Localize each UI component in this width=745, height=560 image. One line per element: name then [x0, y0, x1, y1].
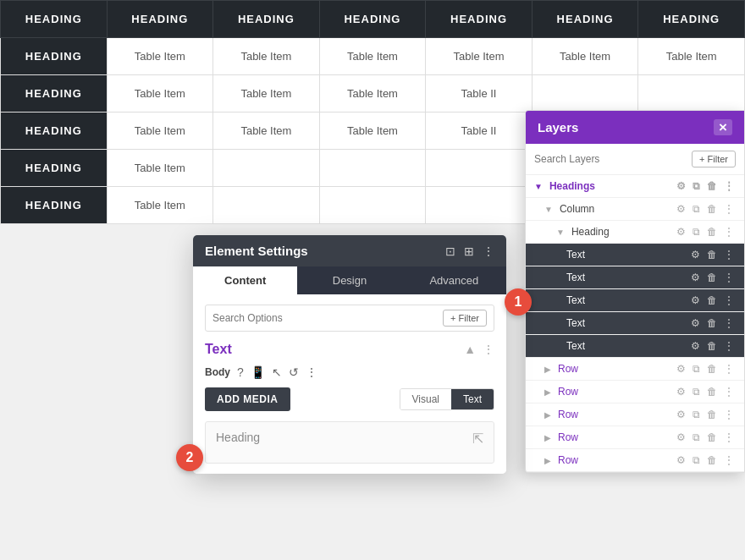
layer-item-row-5[interactable]: ▶ Row ⚙ ⧉ 🗑 ⋮ — [526, 449, 744, 472]
settings-icon[interactable]: ⚙ — [689, 271, 702, 284]
settings-icon[interactable]: ⚙ — [689, 339, 702, 353]
layer-icons: ⚙ ⧉ 🗑 ⋮ — [675, 453, 736, 467]
more-icon[interactable]: ⋮ — [722, 316, 736, 330]
layer-label: Headings — [549, 180, 671, 192]
layer-item-column[interactable]: ▼ Column ⚙ ⧉ 🗑 ⋮ — [526, 198, 744, 221]
settings-icon[interactable]: ⚙ — [675, 202, 687, 216]
settings-icon[interactable]: ⚙ — [675, 179, 687, 193]
settings-icon[interactable]: ⚙ — [689, 294, 702, 307]
cursor-icon[interactable]: ↖ — [272, 365, 282, 379]
layer-item-text-3[interactable]: Text ⚙ 🗑 ⋮ — [526, 289, 744, 312]
copy-icon[interactable]: ⧉ — [691, 362, 702, 376]
layer-item-headings[interactable]: ▼ Headings ⚙ ⧉ 🗑 ⋮ — [526, 175, 744, 198]
trash-icon[interactable]: 🗑 — [705, 385, 719, 398]
layer-item-heading[interactable]: ▼ Heading ⚙ ⧉ 🗑 ⋮ — [526, 221, 744, 244]
help-icon[interactable]: ? — [237, 365, 244, 379]
options-filter-button[interactable]: + Filter — [443, 310, 487, 327]
trash-icon[interactable]: 🗑 — [705, 339, 719, 353]
undo-icon[interactable]: ↺ — [289, 365, 299, 379]
more-icon[interactable]: ⋮ — [722, 248, 736, 261]
settings-icon[interactable]: ⚙ — [675, 362, 687, 376]
text-tab[interactable]: Text — [451, 389, 494, 409]
expand-content-icon[interactable]: ⇱ — [472, 431, 483, 447]
mobile-icon[interactable]: 📱 — [251, 365, 265, 379]
expand-icon[interactable]: ⊞ — [464, 244, 474, 258]
settings-icon[interactable]: ⚙ — [675, 225, 687, 239]
chevron-icon: ▶ — [544, 387, 551, 397]
trash-icon[interactable]: 🗑 — [705, 408, 719, 421]
row-heading: HEADING — [1, 150, 108, 187]
trash-icon[interactable]: 🗑 — [705, 362, 719, 376]
more-icon[interactable]: ⋮ — [722, 339, 736, 353]
more-icon[interactable]: ⋮ — [722, 294, 736, 307]
layers-close-button[interactable]: × — [714, 119, 732, 135]
trash-icon[interactable]: 🗑 — [705, 294, 719, 307]
section-icons: ▲ ⋮ — [464, 343, 494, 356]
tab-content[interactable]: Content — [193, 266, 297, 294]
trash-icon[interactable]: 🗑 — [705, 316, 719, 330]
col-heading-6: HEADING — [532, 1, 638, 38]
more-icon[interactable]: ⋮ — [722, 271, 736, 284]
toolbar-more-icon[interactable]: ⋮ — [306, 365, 317, 379]
settings-icon[interactable]: ⚙ — [675, 453, 687, 467]
editor-toolbar: Body ? 📱 ↖ ↺ ⋮ — [205, 365, 494, 379]
copy-icon[interactable]: ⧉ — [691, 179, 702, 193]
copy-icon[interactable]: ⧉ — [691, 202, 702, 216]
layer-item-text-4[interactable]: Text ⚙ 🗑 ⋮ — [526, 312, 744, 335]
layer-item-row-4[interactable]: ▶ Row ⚙ ⧉ 🗑 ⋮ — [526, 426, 744, 449]
more-icon[interactable]: ⋮ — [722, 385, 736, 398]
trash-icon[interactable]: 🗑 — [705, 453, 719, 467]
content-editor-area[interactable]: Heading ⇱ — [205, 421, 494, 464]
more-icon[interactable]: ⋮ — [722, 202, 736, 216]
layers-filter-button[interactable]: + Filter — [692, 151, 736, 167]
more-icon[interactable]: ⋮ — [722, 431, 736, 444]
settings-icon[interactable]: ⚙ — [675, 431, 687, 444]
copy-icon[interactable]: ⧉ — [691, 385, 702, 398]
layers-panel: Layers × + Filter ▼ Headings ⚙ ⧉ 🗑 ⋮ ▼ C… — [525, 110, 745, 473]
trash-icon[interactable]: 🗑 — [705, 271, 719, 284]
more-options-icon[interactable]: ⋮ — [483, 244, 494, 258]
layer-item-row-3[interactable]: ▶ Row ⚙ ⧉ 🗑 ⋮ — [526, 404, 744, 426]
settings-icon[interactable]: ⚙ — [675, 385, 687, 398]
tab-design[interactable]: Design — [297, 266, 401, 294]
more-icon[interactable]: ⋮ — [722, 362, 736, 376]
more-icon[interactable]: ⋮ — [722, 408, 736, 421]
trash-icon[interactable]: 🗑 — [705, 431, 719, 444]
add-media-button[interactable]: ADD MEDIA — [205, 387, 290, 411]
table-cell: Table II — [426, 113, 533, 150]
badge-label: 1 — [515, 294, 522, 310]
section-more-icon[interactable]: ⋮ — [483, 343, 494, 356]
table-cell: Table Item — [107, 113, 213, 150]
trash-icon[interactable]: 🗑 — [705, 248, 719, 261]
layers-search-input[interactable] — [534, 153, 687, 165]
layer-icons: ⚙ ⧉ 🗑 ⋮ — [675, 431, 736, 444]
copy-icon[interactable]: ⧉ — [691, 453, 702, 467]
layer-item-row-2[interactable]: ▶ Row ⚙ ⧉ 🗑 ⋮ — [526, 381, 744, 404]
more-icon[interactable]: ⋮ — [722, 453, 736, 467]
layer-item-row-1[interactable]: ▶ Row ⚙ ⧉ 🗑 ⋮ — [526, 358, 744, 381]
toolbar-body-label: Body — [205, 366, 230, 378]
layer-icons: ⚙ ⧉ 🗑 ⋮ — [675, 179, 736, 193]
tab-advanced[interactable]: Advanced — [402, 266, 506, 294]
table-cell: Table Item — [213, 113, 320, 150]
layer-item-text-1[interactable]: Text ⚙ 🗑 ⋮ — [526, 244, 744, 266]
layer-item-text-2[interactable]: Text ⚙ 🗑 ⋮ — [526, 266, 744, 289]
layer-item-text-5[interactable]: Text ⚙ 🗑 ⋮ — [526, 335, 744, 358]
layer-label: Text — [566, 317, 686, 329]
trash-icon[interactable]: 🗑 — [705, 202, 719, 216]
settings-icon[interactable]: ⚙ — [675, 408, 687, 421]
chevron-icon: ▶ — [544, 433, 551, 442]
copy-icon[interactable]: ⧉ — [691, 408, 702, 421]
collapse-icon[interactable]: ▲ — [464, 343, 476, 356]
copy-icon[interactable]: ⧉ — [691, 431, 702, 444]
trash-icon[interactable]: 🗑 — [705, 179, 719, 193]
settings-icon[interactable]: ⚙ — [689, 316, 702, 330]
search-options-input[interactable] — [212, 312, 438, 324]
settings-icon[interactable]: ⚙ — [689, 248, 702, 261]
more-icon[interactable]: ⋮ — [722, 225, 736, 239]
visual-tab[interactable]: Visual — [400, 389, 451, 409]
minimize-icon[interactable]: ⊡ — [445, 244, 455, 258]
trash-icon[interactable]: 🗑 — [705, 225, 719, 239]
more-icon[interactable]: ⋮ — [722, 179, 736, 193]
copy-icon[interactable]: ⧉ — [691, 225, 702, 239]
